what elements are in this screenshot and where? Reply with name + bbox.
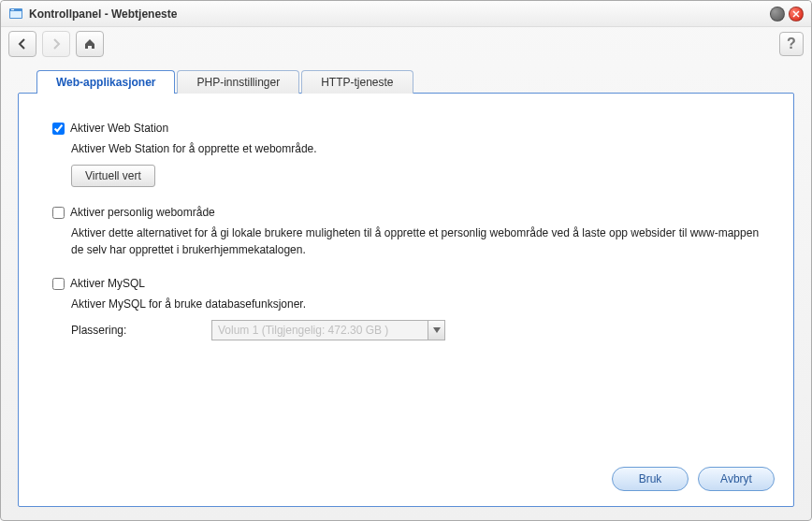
app-icon — [8, 7, 23, 22]
option-webstation: Aktiver Web Station Aktiver Web Station … — [52, 122, 760, 187]
webstation-desc: Aktiver Web Station for å opprette et we… — [71, 140, 760, 157]
mysql-label: Aktiver MySQL — [70, 277, 145, 290]
chevron-down-icon — [428, 321, 444, 340]
tab-web-applications[interactable]: Web-applikasjoner — [36, 70, 175, 94]
webstation-checkbox[interactable] — [52, 123, 65, 135]
mysql-location-label: Plassering: — [71, 324, 211, 337]
cancel-button[interactable]: Avbryt — [698, 467, 775, 491]
webstation-label: Aktiver Web Station — [70, 122, 168, 135]
personal-checkbox[interactable] — [52, 207, 65, 219]
mysql-location-dropdown[interactable]: Volum 1 (Tilgjengelig: 472.30 GB ) — [211, 320, 445, 340]
personal-desc: Aktiver dette alternativet for å gi loka… — [71, 224, 760, 258]
mysql-checkbox[interactable] — [52, 278, 65, 290]
toolbar: ? — [1, 27, 811, 61]
svg-rect-2 — [11, 9, 14, 10]
forward-button[interactable] — [42, 31, 70, 57]
help-icon: ? — [787, 36, 796, 52]
footer-buttons: Bruk Avbryt — [612, 467, 775, 491]
window-title: Kontrollpanel - Webtjeneste — [29, 7, 770, 21]
dropdown-value: Volum 1 (Tilgjengelig: 472.30 GB ) — [212, 324, 428, 337]
back-button[interactable] — [8, 31, 36, 57]
tab-http-service[interactable]: HTTP-tjeneste — [301, 70, 413, 94]
svg-rect-1 — [10, 11, 22, 18]
option-mysql: Aktiver MySQL Aktiver MySQL for å bruke … — [52, 277, 760, 340]
apply-button[interactable]: Bruk — [612, 467, 689, 491]
close-button[interactable] — [789, 7, 804, 22]
tab-label: PHP-innstillinger — [196, 76, 280, 89]
tab-label: Web-applikasjoner — [56, 76, 155, 89]
mysql-location-row: Plassering: Volum 1 (Tilgjengelig: 472.3… — [71, 320, 760, 340]
tab-php-settings[interactable]: PHP-innstillinger — [177, 70, 299, 94]
option-personal-website: Aktiver personlig webområde Aktiver dett… — [52, 206, 760, 258]
help-button[interactable]: ? — [779, 32, 804, 56]
tab-label: HTTP-tjeneste — [321, 76, 393, 89]
main-panel: Aktiver Web Station Aktiver Web Station … — [18, 93, 794, 507]
tab-bar: Web-applikasjoner PHP-innstillinger HTTP… — [18, 70, 794, 94]
personal-label: Aktiver personlig webområde — [70, 206, 215, 219]
mysql-desc: Aktiver MySQL for å bruke databasefunksj… — [71, 296, 760, 312]
app-window: Kontrollpanel - Webtjeneste ? Web-applik… — [0, 0, 812, 521]
titlebar-buttons — [770, 7, 804, 22]
home-button[interactable] — [76, 31, 104, 57]
titlebar: Kontrollpanel - Webtjeneste — [1, 1, 811, 27]
virtual-host-button[interactable]: Virtuell vert — [71, 165, 155, 187]
content-area: Web-applikasjoner PHP-innstillinger HTTP… — [1, 61, 811, 520]
minimize-button[interactable] — [770, 7, 785, 22]
